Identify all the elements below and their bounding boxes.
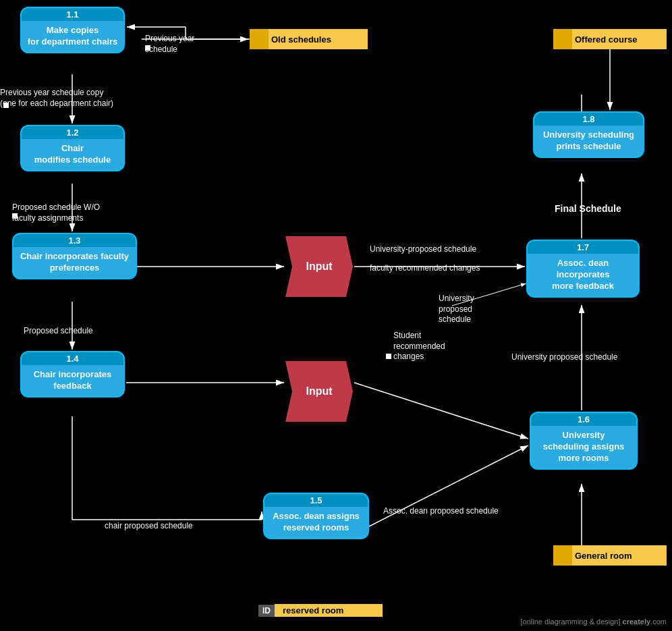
label-assoc-dean-proposed: Assoc. dean proposed schedule [383,506,499,517]
label-proposed-schedule: Proposed schedule [24,326,93,337]
datastore-old-schedules: Old schedules [250,29,368,49]
box-label-1-8: University schedulingprints schedule [534,126,643,157]
label-chair-proposed: chair proposed schedule [105,521,193,532]
label-final-schedule: Final Schedule [555,202,621,215]
process-box-1-3: 1.3 Chair incorporates facultypreference… [12,233,137,279]
watermark: [online diagramming & design] creately.c… [521,618,667,626]
input-box-1: Input [285,236,353,297]
input-label-2: Input [306,385,332,397]
process-box-1-1: 1.1 Make copiesfor department chairs [20,7,125,53]
id-label: ID [258,605,275,617]
process-box-1-2: 1.2 Chairmodifies schedule [20,125,125,171]
process-box-1-4: 1.4 Chair incorporatesfeedback [20,351,125,397]
datastore-general-room-label: General room [575,551,632,561]
label-previous-year-copy: Previous year schedule copy(one for each… [0,88,113,109]
process-box-1-6: 1.6 Universityscheduling assignsmore roo… [530,412,638,470]
datastore-general-room: General room [553,545,667,566]
box-id-1-7: 1.7 [528,241,638,254]
id-value: reserved room [275,604,383,617]
box-id-1-5: 1.5 [264,494,368,507]
label-previous-year-schedule: Previous year schedule [145,34,194,55]
process-box-1-5: 1.5 Assoc. dean assignsreserved rooms [263,493,369,539]
label-faculty-recommended: faculty recommended changes [370,263,480,274]
box-id-1-6: 1.6 [531,413,636,426]
label-proposed-wO-faculty: Proposed schedule W/Ofaculty assignments [12,202,100,223]
box-id-1-8: 1.8 [534,113,643,126]
input-box-2: Input [285,361,353,422]
box-id-1-2: 1.2 [22,126,123,139]
datastore-old-schedules-label: Old schedules [271,34,331,45]
box-id-1-1: 1.1 [22,8,123,21]
id-box: ID reserved room [258,604,383,617]
box-label-1-5: Assoc. dean assignsreserved rooms [264,507,368,538]
box-label-1-3: Chair incorporates facultypreferences [13,247,136,278]
box-label-1-6: Universityscheduling assignsmore rooms [531,426,636,468]
label-university-proposed: University-proposed schedule [370,244,476,255]
process-box-1-8: 1.8 University schedulingprints schedule [533,111,644,158]
datastore-offered-course-label: Offered course [575,34,637,45]
box-label-1-2: Chairmodifies schedule [22,139,123,170]
datastore-offered-course: Offered course [553,29,667,49]
box-label-1-4: Chair incorporatesfeedback [22,365,123,396]
box-label-1-7: Assoc. dean incorporatesmore feedback [528,254,638,296]
box-id-1-4: 1.4 [22,352,123,365]
label-university-proposed-schedule: Universityproposedschedule [439,294,474,325]
svg-line-16 [354,383,528,439]
process-box-1-7: 1.7 Assoc. dean incorporatesmore feedbac… [526,240,640,298]
box-id-1-3: 1.3 [13,234,136,247]
input-label-1: Input [306,260,332,273]
svg-rect-25 [386,354,391,359]
box-label-1-1: Make copiesfor department chairs [22,21,123,52]
label-student-recommended: Studentrecommendedchanges [393,331,445,362]
label-university-proposed-schedule-2: University proposed schedule [511,352,617,363]
